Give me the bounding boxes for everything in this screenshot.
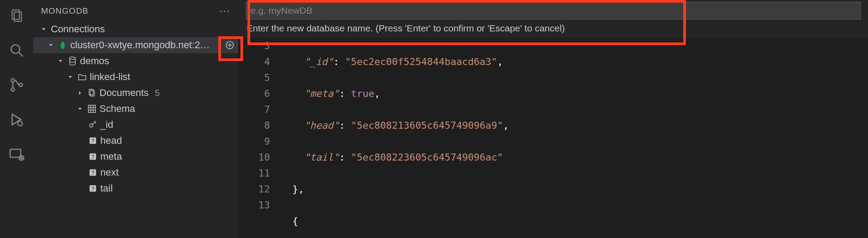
sidebar: MONGODB ··· Connections cluster0-xwtye.m… [33, 0, 239, 238]
svg-text:?: ? [91, 154, 95, 160]
field-label: head [100, 135, 122, 146]
line-number: 12 [239, 181, 270, 197]
svg-point-15 [70, 57, 76, 60]
editor-area: Enter the new database name. (Press 'Ent… [239, 0, 868, 238]
database-label: demos [80, 55, 109, 67]
documents-item[interactable]: Documents 5 [33, 85, 238, 101]
key-icon [88, 120, 98, 130]
schema-field-tail[interactable]: ? tail [33, 180, 238, 196]
field-label: _id [100, 119, 113, 131]
svg-point-23 [90, 124, 93, 127]
svg-rect-18 [88, 105, 96, 113]
search-icon[interactable] [9, 42, 25, 58]
svg-point-6 [19, 83, 23, 87]
add-database-button[interactable] [224, 39, 236, 51]
source-control-icon[interactable] [9, 77, 25, 93]
cluster-label: cluster0-xwtye.mongodb.net:2… [70, 39, 210, 51]
svg-text:?: ? [91, 170, 95, 176]
database-icon [68, 56, 77, 66]
schema-field-id[interactable]: _id [33, 117, 238, 133]
svg-point-5 [11, 88, 15, 92]
chevron-down-icon [76, 104, 84, 113]
json-string: "5ec808213605c645749096a9" [351, 120, 503, 131]
line-number: 3 [239, 38, 270, 54]
chevron-down-icon [66, 73, 75, 81]
collection-label: linked-list [90, 71, 130, 83]
line-number: 8 [239, 118, 270, 134]
quick-input-hint: Enter the new database name. (Press 'Ent… [246, 19, 861, 35]
json-brace-close: }, [293, 184, 305, 195]
run-debug-icon[interactable] [9, 111, 25, 127]
svg-point-4 [11, 79, 15, 82]
schema-field-next[interactable]: ? next [33, 165, 238, 180]
json-key: "meta" [304, 88, 339, 99]
sidebar-header: MONGODB ··· [33, 0, 238, 21]
chevron-right-icon [76, 88, 84, 97]
documents-label: Documents [99, 87, 148, 99]
schema-item[interactable]: Schema [33, 101, 238, 117]
chevron-down-icon [46, 41, 55, 50]
chevron-down-icon [56, 57, 65, 65]
activity-bar [0, 0, 33, 238]
svg-point-7 [18, 121, 23, 126]
more-actions-icon[interactable]: ··· [220, 5, 230, 17]
line-number-gutter: 3 4 5 6 7 8 9 10 11 12 13 [239, 38, 281, 238]
line-number: 13 [239, 197, 270, 213]
chevron-down-icon [39, 25, 48, 34]
line-number: 11 [239, 165, 270, 181]
line-number: 6 [239, 86, 270, 102]
json-key: "head" [304, 120, 339, 131]
svg-rect-16 [89, 89, 93, 95]
remote-icon[interactable] [9, 146, 25, 162]
collection-item[interactable]: linked-list [33, 69, 238, 85]
unknown-type-icon: ? [88, 168, 98, 177]
connections-label: Connections [51, 23, 105, 35]
schema-field-meta[interactable]: ? meta [33, 149, 238, 165]
json-string: "5ec808223605c645749096ac" [351, 152, 503, 163]
cluster-item[interactable]: cluster0-xwtye.mongodb.net:2… [33, 37, 238, 53]
field-label: tail [100, 183, 113, 194]
sidebar-title: MONGODB [41, 6, 88, 16]
line-number: 4 [239, 54, 270, 70]
json-key: "tail" [304, 152, 339, 163]
documents-count: 5 [155, 88, 160, 98]
line-number: 7 [239, 102, 270, 118]
quick-input-zone: Enter the new database name. (Press 'Ent… [239, 0, 868, 38]
documents-icon [87, 88, 97, 98]
svg-rect-1 [14, 12, 22, 21]
folder-open-icon [77, 72, 87, 82]
explorer-icon[interactable] [9, 8, 25, 24]
field-label: next [100, 167, 119, 178]
svg-rect-17 [90, 91, 94, 96]
new-database-name-input[interactable] [246, 2, 861, 19]
json-true: true [351, 88, 374, 99]
unknown-type-icon: ? [88, 136, 98, 146]
json-brace-open: { [293, 215, 298, 226]
code-editor[interactable]: 3 4 5 6 7 8 9 10 11 12 13 "_id": "5ec2ec… [239, 38, 868, 238]
svg-rect-8 [10, 150, 21, 157]
unknown-type-icon: ? [88, 152, 98, 161]
schema-grid-icon [87, 104, 97, 114]
svg-rect-0 [12, 10, 19, 19]
line-number: 5 [239, 70, 270, 86]
line-number: 9 [239, 134, 270, 150]
svg-text:?: ? [91, 186, 95, 192]
field-label: meta [100, 151, 122, 162]
line-number: 10 [239, 150, 270, 165]
json-string: "5ec2ec00f5254844baacd6a3" [345, 56, 497, 67]
code-content[interactable]: "_id": "5ec2ec00f5254844baacd6a3", "meta… [281, 38, 868, 238]
svg-point-2 [11, 45, 20, 54]
svg-text:?: ? [91, 138, 95, 144]
schema-label: Schema [99, 103, 135, 115]
svg-line-3 [19, 53, 23, 57]
database-item[interactable]: demos [33, 53, 238, 69]
schema-field-head[interactable]: ? head [33, 133, 238, 149]
connections-section[interactable]: Connections [33, 21, 238, 37]
connections-tree: Connections cluster0-xwtye.mongodb.net:2… [33, 21, 238, 238]
json-key: "_id" [304, 56, 333, 67]
unknown-type-icon: ? [88, 184, 98, 193]
mongodb-leaf-icon [58, 40, 68, 50]
